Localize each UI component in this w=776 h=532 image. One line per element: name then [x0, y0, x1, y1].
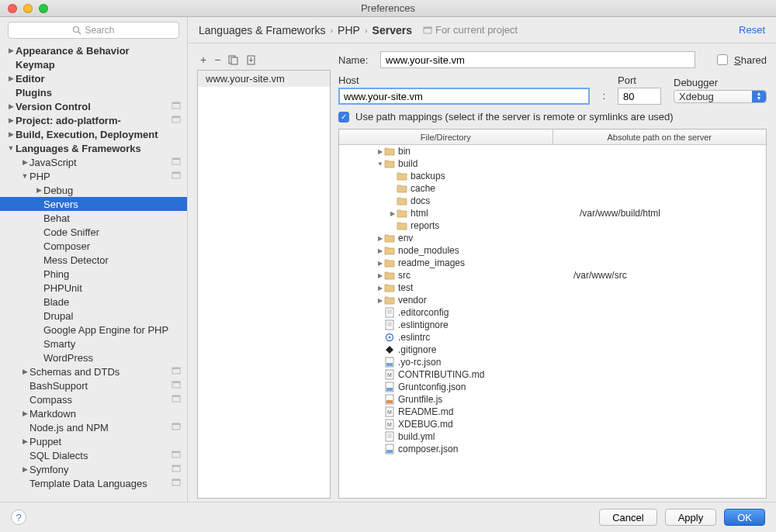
- path-row[interactable]: ▶readme_images: [339, 257, 766, 269]
- sidebar-item[interactable]: ▶Debug: [0, 183, 187, 197]
- disclosure-arrow-icon: ▶: [6, 74, 16, 82]
- col-file-directory[interactable]: File/Directory: [339, 130, 553, 144]
- path-row[interactable]: build.yml: [339, 430, 766, 443]
- sidebar-item[interactable]: ▶Puppet: [0, 434, 187, 448]
- preferences-tree[interactable]: ▶Appearance & BehaviorKeymap▶EditorPlugi…: [0, 43, 187, 502]
- sidebar-item[interactable]: Blade: [0, 295, 187, 309]
- sidebar-item[interactable]: WordPress: [0, 351, 187, 364]
- path-row[interactable]: .editorconfig: [339, 306, 766, 319]
- cancel-button[interactable]: Cancel: [599, 509, 656, 526]
- sidebar-item[interactable]: ▶Appearance & Behavior: [0, 43, 187, 57]
- sidebar-item[interactable]: Smarty: [0, 337, 187, 351]
- file-label: bin: [398, 146, 411, 157]
- absolute-path-cell[interactable]: /var/www/build/html: [575, 208, 766, 219]
- sidebar-item[interactable]: ▼PHP: [0, 169, 187, 183]
- server-list[interactable]: www.your-site.vm: [197, 70, 331, 499]
- path-row[interactable]: docs: [339, 195, 766, 207]
- gear-icon: [384, 332, 395, 343]
- path-row[interactable]: Gruntfile.js: [339, 393, 766, 406]
- svg-rect-25: [424, 27, 431, 29]
- sidebar-item[interactable]: SQL Dialects: [0, 448, 187, 462]
- path-rows[interactable]: ▶bin▼buildbackupscachedocs▶html/var/www/…: [339, 145, 766, 498]
- copy-button[interactable]: [228, 55, 238, 65]
- host-field[interactable]: [338, 88, 590, 105]
- tree-label: WordPress: [43, 352, 182, 364]
- svg-rect-3: [172, 102, 180, 104]
- path-row[interactable]: cache: [339, 182, 766, 195]
- disclosure-arrow-icon: ▶: [6, 102, 16, 110]
- path-row[interactable]: .yo-rc.json: [339, 356, 766, 368]
- window-title: Preferences: [0, 2, 776, 14]
- ok-button[interactable]: OK: [724, 509, 765, 526]
- sidebar-item[interactable]: Keymap: [0, 57, 187, 71]
- path-row[interactable]: ▶html/var/www/build/html: [339, 207, 766, 219]
- sidebar-item[interactable]: ▶Project: ado-platform-: [0, 113, 187, 127]
- path-row[interactable]: MXDEBUG.md: [339, 418, 766, 430]
- svg-rect-15: [172, 396, 180, 397]
- shared-checkbox[interactable]: [717, 54, 728, 65]
- path-row[interactable]: ▶node_modules: [339, 244, 766, 257]
- disclosure-arrow-icon: ▶: [6, 130, 16, 138]
- path-row[interactable]: .eslintignore: [339, 319, 766, 331]
- tree-label: Appearance & Behavior: [16, 45, 182, 57]
- breadcrumb-b[interactable]: PHP: [338, 24, 360, 36]
- sidebar-item[interactable]: ▶JavaScript: [0, 155, 187, 169]
- path-row[interactable]: reports: [339, 219, 766, 232]
- remove-button[interactable]: −: [214, 54, 220, 66]
- path-row[interactable]: ▶env: [339, 232, 766, 244]
- path-row[interactable]: MCONTRIBUTING.md: [339, 368, 766, 381]
- path-row[interactable]: ▶test: [339, 282, 766, 294]
- import-button[interactable]: [246, 55, 256, 65]
- svg-rect-27: [231, 57, 237, 64]
- file-label: Gruntfile.js: [398, 394, 442, 405]
- sidebar-item[interactable]: ▼Languages & Frameworks: [0, 141, 187, 155]
- sidebar-item[interactable]: Phing: [0, 267, 187, 281]
- sidebar-item[interactable]: ▶Symfony: [0, 462, 187, 476]
- path-mappings-checkbox[interactable]: ✓: [338, 112, 349, 123]
- sidebar-item[interactable]: PHPUnit: [0, 281, 187, 295]
- reset-link[interactable]: Reset: [739, 24, 765, 36]
- sidebar-item[interactable]: Google App Engine for PHP: [0, 323, 187, 337]
- sidebar-item[interactable]: Node.js and NPM: [0, 420, 187, 434]
- apply-button[interactable]: Apply: [665, 509, 717, 526]
- tree-label: PHP: [29, 171, 171, 182]
- disclosure-arrow-icon: ▼: [20, 172, 29, 180]
- folder-icon: [384, 158, 395, 169]
- add-button[interactable]: +: [200, 54, 206, 66]
- path-row[interactable]: ▶bin: [339, 145, 766, 157]
- path-row[interactable]: composer.json: [339, 443, 766, 455]
- sidebar-item[interactable]: Behat: [0, 211, 187, 225]
- svg-rect-5: [172, 116, 180, 118]
- server-list-item[interactable]: www.your-site.vm: [198, 71, 330, 87]
- sidebar-item[interactable]: ▶Schemas and DTDs: [0, 364, 187, 378]
- path-row[interactable]: ▶src/var/www/src: [339, 269, 766, 282]
- path-row[interactable]: MREADME.md: [339, 406, 766, 418]
- search-input[interactable]: Search: [8, 22, 179, 39]
- sidebar-item[interactable]: Compass: [0, 392, 187, 406]
- name-field[interactable]: [380, 51, 695, 68]
- sidebar-item[interactable]: ▶Markdown: [0, 406, 187, 420]
- path-row[interactable]: Gruntconfig.json: [339, 381, 766, 393]
- sidebar-item[interactable]: Template Data Languages: [0, 476, 187, 490]
- path-row[interactable]: .gitignore: [339, 344, 766, 356]
- debugger-select[interactable]: Xdebug ▲▼: [674, 90, 767, 103]
- sidebar-item[interactable]: BashSupport: [0, 378, 187, 392]
- sidebar-item[interactable]: Drupal: [0, 309, 187, 323]
- absolute-path-cell[interactable]: /var/www/src: [569, 270, 766, 281]
- breadcrumb-a[interactable]: Languages & Frameworks: [199, 24, 325, 36]
- sidebar-item[interactable]: Code Sniffer: [0, 225, 187, 239]
- col-absolute-path[interactable]: Absolute path on the server: [553, 130, 767, 144]
- sidebar-item[interactable]: Plugins: [0, 85, 187, 99]
- help-button[interactable]: ?: [11, 510, 26, 525]
- sidebar-item[interactable]: ▶Build, Execution, Deployment: [0, 127, 187, 141]
- path-row[interactable]: .eslintrc: [339, 331, 766, 344]
- sidebar-item[interactable]: ▶Version Control: [0, 99, 187, 113]
- port-field[interactable]: [618, 88, 661, 105]
- path-row[interactable]: ▼build: [339, 157, 766, 170]
- sidebar-item[interactable]: ▶Editor: [0, 71, 187, 85]
- sidebar-item[interactable]: Composer: [0, 239, 187, 253]
- path-row[interactable]: backups: [339, 170, 766, 182]
- path-row[interactable]: ▶vendor: [339, 294, 766, 306]
- sidebar-item[interactable]: Servers: [0, 197, 187, 211]
- sidebar-item[interactable]: Mess Detector: [0, 253, 187, 267]
